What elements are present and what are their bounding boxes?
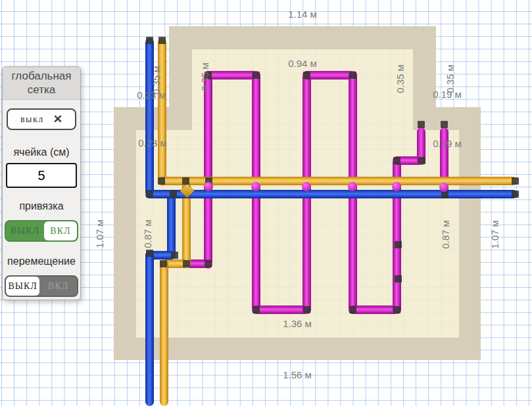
pipe-joint-marker[interactable] <box>512 191 519 198</box>
pipe-planner-canvas: 1.14 м0.94 м0.35 м0.23 м0.23 м0.35 м0.35… <box>0 0 532 406</box>
pipe-connector-marker[interactable] <box>348 182 357 191</box>
pipe-connector-marker[interactable] <box>439 183 448 192</box>
cell-size-input[interactable] <box>6 163 77 188</box>
pipe-connector-marker[interactable] <box>302 182 311 191</box>
pipe-joint-marker[interactable] <box>205 260 212 267</box>
pipe-connector-marker[interactable] <box>251 182 260 191</box>
pipe-joint-marker[interactable] <box>393 157 400 164</box>
dimension-label: 0.87 м <box>440 220 451 249</box>
wall-segment <box>114 338 481 360</box>
grid-off-button-label: выкл <box>20 114 44 125</box>
pipe-blue[interactable] <box>145 190 518 198</box>
pipe-joint-marker[interactable] <box>253 306 260 313</box>
dimension-label: 1.07 м <box>489 220 500 249</box>
pipe-joint-marker[interactable] <box>303 306 310 313</box>
pipe-joint-marker[interactable] <box>171 252 178 259</box>
pipe-joint-marker[interactable] <box>418 157 425 164</box>
pipe-joint-marker[interactable] <box>441 191 448 198</box>
close-icon: ✕ <box>53 112 62 126</box>
pipe-joint-marker[interactable] <box>418 121 425 128</box>
pipe-blue[interactable] <box>145 38 154 198</box>
panel-title-line1: глобальная <box>3 69 80 83</box>
dimension-label: 0.19 м <box>433 138 462 149</box>
dimension-label: 0.87 м <box>142 219 153 248</box>
dimension-label: 0.23 м <box>137 89 166 101</box>
global-grid-panel: глобальная сетка выкл ✕ ячейка (см) прив… <box>2 66 81 300</box>
move-toggle-off-option[interactable]: ВЫКЛ <box>6 277 39 296</box>
dimension-label: 0.23 м <box>138 137 167 148</box>
pipe-joint-marker[interactable] <box>393 306 400 313</box>
pipe-connector-marker[interactable] <box>392 182 401 191</box>
pipe-joint-marker[interactable] <box>158 37 166 44</box>
snap-label: привязка <box>3 200 80 212</box>
pipe-yellow[interactable] <box>160 259 168 406</box>
pipe-joint-marker[interactable] <box>183 260 190 267</box>
pipe-joint-marker[interactable] <box>182 177 189 185</box>
dimension-label: 0.35 м <box>395 64 406 93</box>
pipe-joint-marker[interactable] <box>170 191 177 198</box>
dimension-label: 0.94 м <box>288 58 317 69</box>
wall-segment <box>169 49 192 107</box>
dimension-label: 1.07 м <box>94 219 105 248</box>
pipe-yellow[interactable] <box>158 38 166 186</box>
pipe-joint-marker[interactable] <box>395 275 402 282</box>
move-toggle-on-option[interactable]: ВКЛ <box>39 277 77 296</box>
dimension-label: 1.36 м <box>283 318 312 329</box>
pipe-joint-marker[interactable] <box>146 250 153 257</box>
cell-size-label: ячейка (см) <box>3 147 80 158</box>
pipe-blue[interactable] <box>145 251 154 406</box>
pipe-joint-marker[interactable] <box>349 306 356 313</box>
wall-segment <box>114 130 136 338</box>
dimension-label: 1.14 м <box>288 9 317 20</box>
panel-title: глобальная сетка <box>3 67 80 100</box>
wall-segment <box>169 26 436 49</box>
pipe-joint-marker[interactable] <box>303 72 310 79</box>
panel-title-line2: сетка <box>3 83 80 97</box>
pipe-joint-marker[interactable] <box>441 121 448 128</box>
dimension-label: 1.56 м <box>283 369 312 380</box>
move-toggle[interactable]: ВЫКЛ ВКЛ <box>5 275 78 297</box>
dimension-label: 0.35 м <box>199 62 210 91</box>
move-label: перемещение <box>3 256 80 267</box>
snap-toggle[interactable]: ВЫКЛ ВКЛ <box>5 220 78 242</box>
pipe-magenta[interactable] <box>204 71 212 269</box>
pipe-blue[interactable] <box>167 194 176 259</box>
pipe-joint-marker[interactable] <box>512 177 519 185</box>
pipe-joint-marker[interactable] <box>160 260 167 267</box>
pipe-joint-marker[interactable] <box>146 191 153 198</box>
grid-off-button[interactable]: выкл ✕ <box>7 108 76 130</box>
pipe-joint-marker[interactable] <box>158 177 165 185</box>
wall-segment <box>459 130 481 338</box>
snap-toggle-off-option[interactable]: ВЫКЛ <box>6 221 44 240</box>
snap-toggle-on-option[interactable]: ВКЛ <box>44 221 77 240</box>
pipe-connector-marker[interactable] <box>204 182 213 191</box>
pipe-joint-marker[interactable] <box>395 241 402 248</box>
pipe-joint-marker[interactable] <box>349 72 356 79</box>
pipe-joint-marker[interactable] <box>146 37 153 44</box>
dimension-label: 0.19 м <box>433 89 462 100</box>
pipe-joint-marker[interactable] <box>253 72 260 79</box>
